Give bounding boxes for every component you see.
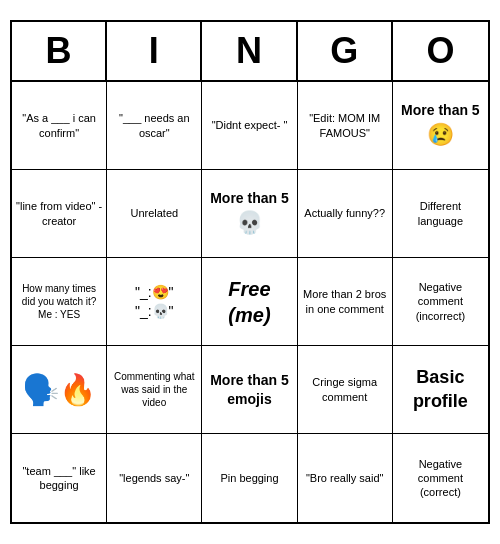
- bingo-cell-r5c3: Pin begging: [202, 434, 297, 522]
- bingo-cell-r3c1: How many times did you watch it? Me : YE…: [12, 258, 107, 346]
- bingo-cell-r3c4: More than 2 bros in one comment: [298, 258, 393, 346]
- bingo-cell-r4c1: 🗣️🔥: [12, 346, 107, 434]
- bingo-cell-r1c2: "___ needs an oscar": [107, 82, 202, 170]
- bingo-cell-r5c2: "legends say-": [107, 434, 202, 522]
- bingo-cell-r1c4: "Edit: MOM IM FAMOUS": [298, 82, 393, 170]
- bingo-cell-r1c1: "As a ___ i can confirm": [12, 82, 107, 170]
- bingo-cell-r4c3: More than 5 emojis: [202, 346, 297, 434]
- bingo-letter-i: I: [107, 22, 202, 80]
- bingo-cell-r4c2: Commenting what was said in the video: [107, 346, 202, 434]
- bingo-letter-b: B: [12, 22, 107, 80]
- bingo-grid: "As a ___ i can confirm""___ needs an os…: [12, 82, 488, 522]
- bingo-cell-r2c3: More than 5💀: [202, 170, 297, 258]
- bingo-cell-r2c1: "line from video" -creator: [12, 170, 107, 258]
- bingo-letter-n: N: [202, 22, 297, 80]
- bingo-cell-r5c5: Negative comment (correct): [393, 434, 488, 522]
- bingo-letter-g: G: [298, 22, 393, 80]
- bingo-cell-r3c3: Free(me): [202, 258, 297, 346]
- bingo-cell-r2c5: Different language: [393, 170, 488, 258]
- bingo-header: BINGO: [12, 22, 488, 82]
- bingo-cell-r5c4: "Bro really said": [298, 434, 393, 522]
- bingo-cell-r3c2: "_:😍""_:💀": [107, 258, 202, 346]
- bingo-cell-r2c4: Actually funny??: [298, 170, 393, 258]
- bingo-cell-r2c2: Unrelated: [107, 170, 202, 258]
- bingo-cell-r5c1: "team ___" like begging: [12, 434, 107, 522]
- bingo-cell-r4c5: Basic profile: [393, 346, 488, 434]
- bingo-cell-r4c4: Cringe sigma comment: [298, 346, 393, 434]
- bingo-letter-o: O: [393, 22, 488, 80]
- bingo-cell-r1c3: "Didnt expect- ": [202, 82, 297, 170]
- bingo-card: BINGO "As a ___ i can confirm""___ needs…: [10, 20, 490, 524]
- bingo-cell-r1c5: More than 5😢: [393, 82, 488, 170]
- bingo-cell-r3c5: Negative comment (incorrect): [393, 258, 488, 346]
